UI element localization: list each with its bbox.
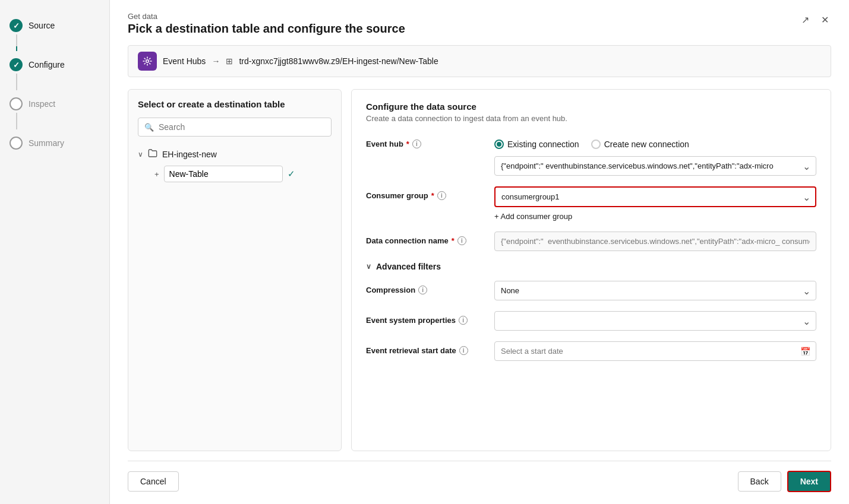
sidebar-label-source: Source [29, 21, 55, 30]
left-panel-title: Select or create a destination table [138, 99, 332, 109]
breadcrumb-bar: Event Hubs → ⊞ trd-xgnxc7jjgt881wwv8w.z9… [128, 45, 831, 77]
event-retrieval-info[interactable]: i [459, 346, 468, 355]
radio-circle-create [591, 140, 601, 149]
breadcrumb-event-hub: Event Hubs [163, 56, 206, 66]
data-connection-name-info[interactable]: i [457, 236, 466, 245]
data-connection-name-control [494, 232, 816, 251]
sidebar-label-inspect: Inspect [29, 99, 55, 109]
data-connection-name-row: Data connection name * i [366, 232, 816, 251]
advanced-filters-header[interactable]: ∨ Advanced filters [366, 262, 816, 271]
connection-select[interactable]: {"endpoint":" eventhubinstance.servicebu… [494, 156, 816, 176]
sidebar-item-summary[interactable]: Summary [0, 129, 109, 157]
search-icon: 🔍 [144, 123, 154, 132]
search-box[interactable]: 🔍 [138, 118, 332, 137]
table-name-input[interactable] [164, 166, 283, 182]
header: Get data Pick a destination table and co… [128, 12, 831, 36]
back-button[interactable]: Back [738, 471, 781, 492]
right-panel: Configure the data source Create a data … [351, 89, 831, 451]
create-connection-label: Create new connection [604, 140, 689, 149]
tree-chevron[interactable]: ∨ [138, 150, 143, 159]
event-system-properties-row: Event system properties i [366, 311, 816, 331]
expand-icon[interactable]: ↗ [799, 12, 812, 28]
compression-info[interactable]: i [418, 286, 427, 294]
compression-select[interactable]: None [494, 281, 816, 300]
step-circle-inspect [10, 97, 23, 110]
event-hub-icon [138, 52, 157, 71]
consumer-group-select[interactable]: consumergroup1 [494, 186, 816, 207]
step-circle-summary [10, 137, 23, 150]
connection-select-wrapper: {"endpoint":" eventhubinstance.servicebu… [494, 156, 816, 176]
data-connection-name-label: Data connection name * i [366, 232, 485, 245]
left-panel: Select or create a destination table 🔍 ∨… [128, 89, 342, 451]
event-retrieval-row: Event retrieval start date i 📅 [366, 341, 816, 361]
advanced-filters-chevron: ∨ [366, 262, 371, 271]
cancel-button[interactable]: Cancel [128, 471, 179, 492]
date-input-wrapper: 📅 [494, 341, 816, 361]
event-system-properties-info[interactable]: i [459, 316, 468, 325]
panels: Select or create a destination table 🔍 ∨… [128, 89, 831, 451]
event-system-properties-wrapper [494, 311, 816, 331]
sidebar-label-summary: Summary [29, 138, 64, 148]
right-panel-title: Configure the data source [366, 102, 816, 112]
compression-select-wrapper: None [494, 281, 816, 300]
folder-name: EH-ingest-new [162, 150, 217, 159]
sidebar-item-source[interactable]: ✓ Source [0, 12, 109, 39]
event-retrieval-control: 📅 [494, 341, 816, 361]
compression-label: Compression i [366, 281, 485, 294]
main-content: Get data Pick a destination table and co… [110, 0, 849, 504]
step-circle-configure: ✓ [10, 58, 23, 71]
sidebar-item-inspect[interactable]: Inspect [0, 90, 109, 118]
header-title-block: Get data Pick a destination table and co… [128, 12, 405, 36]
consumer-group-control: consumergroup1 + Add consumer group [494, 186, 816, 221]
event-system-properties-control [494, 311, 816, 331]
event-system-properties-label: Event system properties i [366, 311, 485, 325]
consumer-group-info[interactable]: i [437, 191, 446, 200]
compression-control: None [494, 281, 816, 300]
search-input[interactable] [159, 122, 325, 132]
data-connection-name-input[interactable] [494, 232, 816, 251]
compression-row: Compression i None [366, 281, 816, 300]
radio-circle-existing [494, 140, 504, 149]
sidebar-label-configure: Configure [29, 60, 65, 69]
event-system-properties-select[interactable] [494, 311, 816, 331]
check-icon: ✓ [288, 169, 295, 179]
plus-icon[interactable]: + [154, 170, 159, 179]
footer: Cancel Back Next [128, 461, 831, 492]
tree-folder-item: ∨ EH-ingest-new [138, 145, 332, 163]
get-data-label: Get data [128, 12, 405, 21]
breadcrumb-path: trd-xgnxc7jjgt881wwv8w.z9/EH-ingest-new/… [239, 56, 438, 66]
consumer-group-row: Consumer group * i consumergroup1 + Add … [366, 186, 816, 221]
existing-connection-radio[interactable]: Existing connection [494, 140, 579, 149]
existing-connection-label: Existing connection [507, 140, 579, 149]
event-hub-label: Event hub * i [366, 135, 485, 148]
next-button[interactable]: Next [787, 471, 831, 492]
tree-child-item: + ✓ [154, 163, 332, 185]
svg-point-0 [146, 60, 149, 63]
radio-group: Existing connection Create new connectio… [494, 135, 816, 149]
step-circle-source: ✓ [10, 19, 23, 32]
sidebar-item-configure[interactable]: ✓ Configure [0, 51, 109, 78]
add-consumer-group[interactable]: + Add consumer group [494, 212, 816, 221]
consumer-group-select-wrapper: consumergroup1 [494, 186, 816, 207]
table-icon: ⊞ [226, 56, 233, 66]
footer-left: Cancel [128, 471, 179, 492]
event-retrieval-label: Event retrieval start date i [366, 341, 485, 355]
sidebar: ✓ Source ✓ Configure Inspect Summary [0, 0, 110, 504]
header-icons: ↗ ✕ [799, 12, 831, 28]
date-input[interactable] [494, 341, 816, 361]
create-connection-radio[interactable]: Create new connection [591, 140, 689, 149]
consumer-group-label: Consumer group * i [366, 186, 485, 200]
event-hub-info[interactable]: i [412, 140, 421, 148]
event-hub-control: Existing connection Create new connectio… [494, 135, 816, 176]
right-panel-subtitle: Create a data connection to ingest data … [366, 114, 816, 123]
footer-right: Back Next [738, 471, 831, 492]
advanced-filters-label: Advanced filters [376, 262, 441, 271]
page-title: Pick a destination table and configure t… [128, 22, 405, 36]
breadcrumb-arrow: → [212, 56, 220, 66]
close-icon[interactable]: ✕ [819, 12, 831, 28]
event-hub-row: Event hub * i Existing connection [366, 135, 816, 176]
folder-icon [148, 148, 157, 160]
